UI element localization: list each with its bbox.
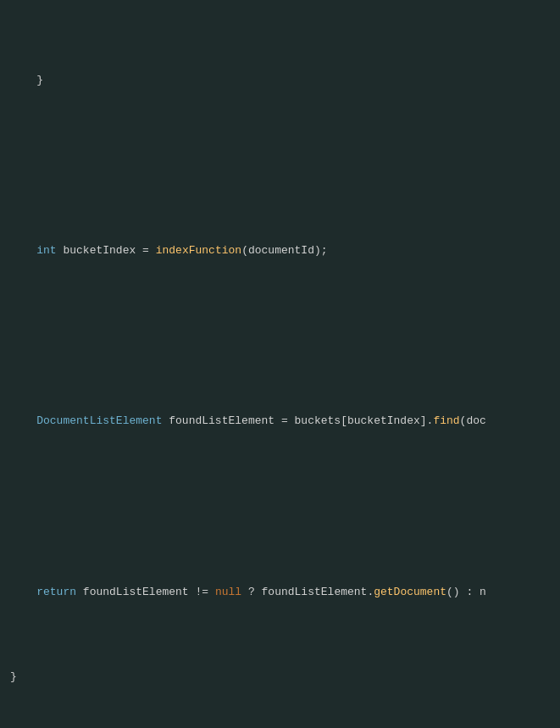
code-editor: } int bucketIndex = indexFunction(docume… xyxy=(0,0,560,728)
code-line-3: int bucketIndex = indexFunction(document… xyxy=(0,242,560,259)
code-line-7: return foundListElement != null ? foundL… xyxy=(0,584,560,601)
code-line-2 xyxy=(0,157,560,174)
code-line-6 xyxy=(0,498,560,515)
code-line-1: } xyxy=(0,72,560,89)
code-line-5: DocumentListElement foundListElement = b… xyxy=(0,413,560,430)
code-line-4 xyxy=(0,328,560,345)
code-line-8: } xyxy=(0,669,560,686)
